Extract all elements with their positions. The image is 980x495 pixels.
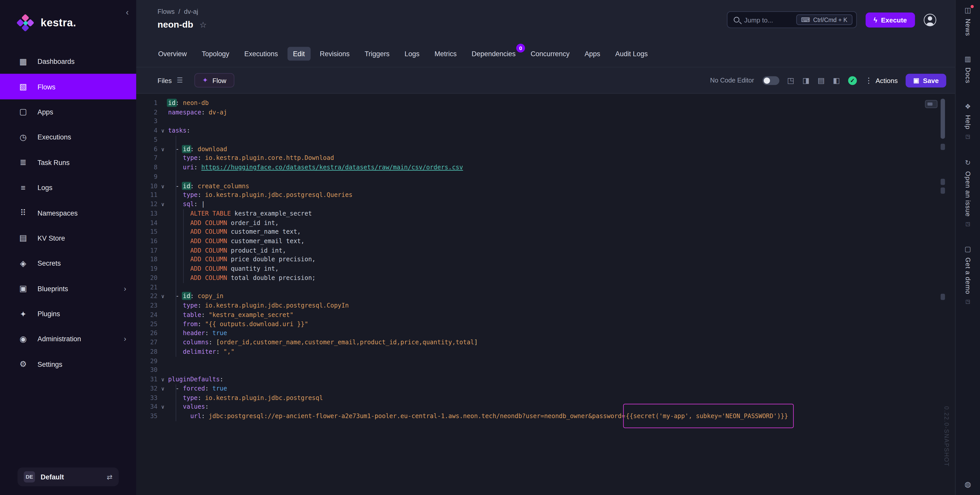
execute-button[interactable]: ϟ Execute	[865, 12, 915, 27]
kestra-logo[interactable]: kestra.	[0, 0, 136, 32]
code-line-19[interactable]: 19 ADD COLUMN quantity int,	[136, 264, 955, 274]
sidebar-item-logs[interactable]: ≡Logs	[0, 175, 136, 200]
code-line-25[interactable]: 25 from: "{{ outputs.download.uri }}"	[136, 320, 955, 329]
code-editor[interactable]: 1id: neon-db2namespace: dv-aj34∨tasks:56…	[136, 94, 955, 495]
fold-toggle-icon[interactable]: ∨	[158, 375, 168, 384]
code-line-24[interactable]: 24 table: "kestra_example_secret"	[136, 310, 955, 320]
file-doc-icon[interactable]: ▤	[818, 76, 825, 84]
sidebar-item-kv-store[interactable]: ▤KV Store	[0, 226, 136, 251]
sidebar-item-flows[interactable]: ▧Flows	[0, 74, 136, 99]
execute-label: Execute	[881, 16, 907, 23]
fold-toggle-icon[interactable]: ∨	[158, 403, 168, 412]
breadcrumb-namespace[interactable]: dv-aj	[184, 7, 198, 15]
tab-concurrency[interactable]: Concurrency	[525, 46, 575, 60]
editor-widget-icon[interactable]	[925, 100, 938, 108]
tab-triggers[interactable]: Triggers	[359, 46, 395, 60]
fold-toggle-icon[interactable]: ∨	[158, 200, 168, 209]
code-line-35[interactable]: 35 url: jdbc:postgresql://ep-ancient-flo…	[136, 412, 955, 421]
sidebar-item-executions[interactable]: ◷Executions	[0, 124, 136, 150]
code-line-2[interactable]: 2namespace: dv-aj	[136, 108, 955, 117]
sidebar-item-namespaces[interactable]: ⠿Namespaces	[0, 200, 136, 226]
fold-toggle-icon[interactable]: ∨	[158, 384, 168, 393]
tab-overview[interactable]: Overview	[153, 46, 192, 60]
code-line-28[interactable]: 28 delimiter: ","	[136, 347, 955, 357]
favorite-star-icon[interactable]: ☆	[199, 20, 207, 29]
tab-metrics[interactable]: Metrics	[429, 46, 462, 60]
validation-check-icon[interactable]: ✓	[848, 76, 857, 84]
breadcrumb-flows[interactable]: Flows	[158, 7, 175, 15]
code-link[interactable]: https://huggingface.co/datasets/kestra/d…	[201, 164, 463, 170]
sidebar-item-plugins[interactable]: ✦Plugins	[0, 301, 136, 326]
doc-export-icon[interactable]: ◳	[787, 76, 794, 84]
code-line-29[interactable]: 29	[136, 357, 955, 366]
code-line-9[interactable]: 9	[136, 172, 955, 181]
user-avatar[interactable]	[924, 14, 936, 26]
save-button[interactable]: ▣ Save	[906, 73, 946, 88]
code-line-7[interactable]: 7 type: io.kestra.plugin.core.http.Downl…	[136, 154, 955, 163]
tab-executions[interactable]: Executions	[239, 46, 283, 60]
sidebar-item-secrets[interactable]: ◈Secrets	[0, 251, 136, 276]
dock-item-open-an-issue[interactable]: ↻Open an issue◳	[956, 159, 980, 227]
code-line-8[interactable]: 8 uri: https://huggingface.co/datasets/k…	[136, 163, 955, 172]
tab-audit-logs[interactable]: Audit Logs	[609, 46, 653, 60]
code-line-12[interactable]: 12∨ sql: |	[136, 200, 955, 209]
code-line-22[interactable]: 22∨ - id: copy_in	[136, 292, 955, 301]
code-line-17[interactable]: 17 ADD COLUMN product_id int,	[136, 246, 955, 255]
code-line-4[interactable]: 4∨tasks:	[136, 126, 955, 135]
fold-toggle-icon[interactable]: ∨	[158, 292, 168, 301]
tab-dependencies[interactable]: Dependencies0	[466, 46, 521, 60]
tab-apps[interactable]: Apps	[579, 46, 606, 60]
code-line-14[interactable]: 14 ADD COLUMN order_id int,	[136, 218, 955, 228]
flow-file-chip[interactable]: ✦ Flow	[194, 73, 234, 88]
code-line-31[interactable]: 31∨pluginDefaults:	[136, 375, 955, 384]
code-line-21[interactable]: 21	[136, 283, 955, 292]
sidebar-item-dashboards[interactable]: ▦Dashboards	[0, 49, 136, 74]
code-line-13[interactable]: 13 ALTER TABLE kestra_example_secret	[136, 209, 955, 218]
code-line-32[interactable]: 32∨ - forced: true	[136, 384, 955, 393]
code-line-30[interactable]: 30	[136, 366, 955, 375]
dock-item-help[interactable]: ❖Help◳	[956, 102, 980, 140]
jump-to-search[interactable]: Jump to... ⌨ Ctrl/Cmd + K	[727, 11, 857, 28]
sidebar-item-blueprints[interactable]: ▣Blueprints›	[0, 276, 136, 301]
tab-logs[interactable]: Logs	[399, 46, 425, 60]
editor-scrollbar[interactable]	[941, 99, 945, 436]
tab-revisions[interactable]: Revisions	[314, 46, 355, 60]
fold-toggle-icon[interactable]: ∨	[158, 126, 168, 135]
code-line-11[interactable]: 11 type: io.kestra.plugin.jdbc.postgresq…	[136, 191, 955, 200]
code-line-3[interactable]: 3	[136, 117, 955, 126]
code-line-6[interactable]: 6∨ - id: download	[136, 145, 955, 154]
code-line-33[interactable]: 33 type: io.kestra.plugin.jdbc.postgresq…	[136, 393, 955, 403]
tab-edit[interactable]: Edit	[287, 46, 310, 60]
no-code-editor-toggle[interactable]	[762, 76, 779, 84]
dock-item-get-a-demo[interactable]: ▢Get a demo◳	[956, 245, 980, 304]
code-line-15[interactable]: 15 ADD COLUMN customer_name text,	[136, 228, 955, 237]
files-panel-toggle-icon[interactable]: ☰	[177, 76, 183, 84]
code-line-23[interactable]: 23 type: io.kestra.plugin.jdbc.postgresq…	[136, 301, 955, 310]
sidebar-item-settings[interactable]: ⚙Settings	[0, 352, 136, 377]
copy-icon[interactable]: ◧	[833, 76, 840, 84]
sidebar-item-apps[interactable]: ▢Apps	[0, 99, 136, 125]
tenant-switch-icon[interactable]: ⇄	[107, 473, 113, 481]
code-line-5[interactable]: 5	[136, 135, 955, 145]
actions-menu-button[interactable]: ⋮ Actions	[865, 76, 898, 84]
code-line-18[interactable]: 18 ADD COLUMN price double precision,	[136, 255, 955, 264]
sidebar-item-administration[interactable]: ◉Administration›	[0, 326, 136, 352]
code-line-34[interactable]: 34∨ values:	[136, 403, 955, 412]
split-view-icon[interactable]: ◨	[802, 76, 810, 84]
fold-toggle-icon[interactable]: ∨	[158, 145, 168, 154]
fold-toggle-icon[interactable]: ∨	[158, 181, 168, 191]
dock-item-docs[interactable]: ▥Docs	[956, 55, 980, 83]
sidebar-collapse-icon[interactable]: ‹	[126, 7, 129, 16]
tenant-selector[interactable]: DE Default ⇄	[18, 467, 119, 486]
code-line-1[interactable]: 1id: neon-db	[136, 99, 955, 108]
code-line-20[interactable]: 20 ADD COLUMN total double precision;	[136, 274, 955, 283]
scrollbar-thumb[interactable]	[941, 99, 945, 139]
sidebar-item-task-runs[interactable]: ≣Task Runs	[0, 150, 136, 175]
feedback-icon[interactable]: ◍	[956, 480, 980, 489]
code-line-27[interactable]: 27 columns: [order_id,customer_name,cust…	[136, 338, 955, 347]
code-line-10[interactable]: 10∨ - id: create_columns	[136, 181, 955, 191]
code-line-16[interactable]: 16 ADD COLUMN customer_email text,	[136, 237, 955, 246]
code-line-26[interactable]: 26 header: true	[136, 329, 955, 338]
tab-topology[interactable]: Topology	[196, 46, 235, 60]
dock-item-news[interactable]: ◫News	[956, 6, 980, 36]
